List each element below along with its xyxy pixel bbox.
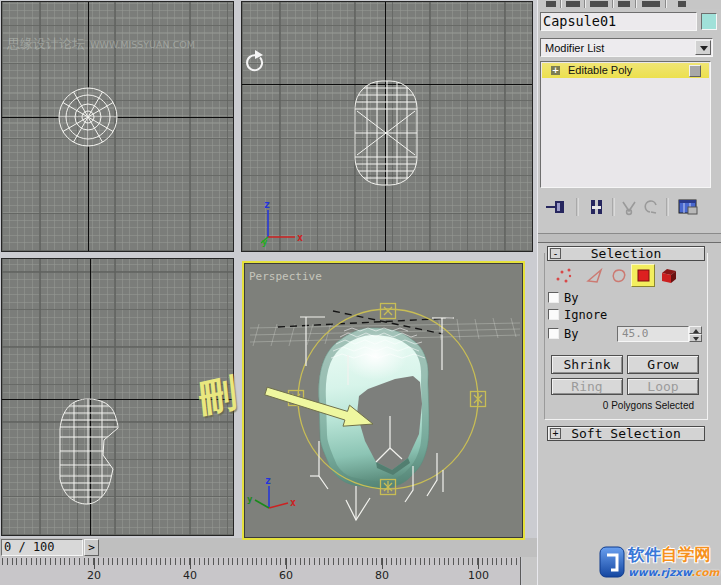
ruler-end-cap: [522, 557, 537, 585]
subobject-border-button[interactable]: [608, 266, 630, 286]
command-panel-tabs[interactable]: [538, 0, 721, 9]
by-angle-checkbox[interactable]: [548, 328, 559, 339]
capsule-highlight: [343, 332, 407, 380]
ignore-backfacing-label: Ignore: [564, 308, 607, 322]
panel-divider: [538, 233, 721, 243]
rotate-view-icon[interactable]: [247, 50, 263, 70]
selection-status: 0 Polygons Selected: [603, 400, 694, 411]
rjzxw-logo: 软件自学网 www.rjzxw.com: [599, 543, 721, 583]
command-panel: Capsule01 Modifier List + Editable Poly: [537, 0, 721, 585]
expand-icon: +: [550, 428, 561, 439]
edge-icon: [585, 266, 607, 286]
axis-tripod: z x y: [247, 475, 296, 508]
track-ruler[interactable]: 20 40 60 80 100: [0, 557, 521, 585]
capsule-side-wireframe: [60, 399, 118, 504]
angle-spinner[interactable]: [689, 326, 702, 342]
modifier-stack[interactable]: + Editable Poly: [540, 61, 711, 188]
axis-y-label: y: [247, 494, 253, 504]
capsule-top-wireframe: [2, 2, 234, 252]
frame-counter[interactable]: 0 / 100: [1, 539, 83, 556]
stack-item-toggle[interactable]: [689, 65, 701, 77]
viewport-front[interactable]: z x y: [241, 1, 533, 252]
ruler-label-60: 60: [279, 569, 293, 582]
chevron-down-icon: [700, 46, 708, 51]
viewport-perspective[interactable]: Perspective: [242, 261, 525, 540]
subobject-vertex-button[interactable]: [553, 266, 575, 286]
object-color-swatch[interactable]: [701, 13, 717, 30]
axis-tripod: z x y: [261, 199, 303, 247]
collapse-icon: -: [550, 248, 561, 259]
pin-stack-icon[interactable]: [546, 201, 564, 213]
axis-x-label: x: [297, 232, 303, 243]
3dsmax-window: 思缘设计论坛 WWW.MISSYUAN.COM: [0, 0, 721, 585]
stack-item-label: Editable Poly: [568, 64, 632, 76]
axis-z-label: z: [264, 199, 270, 210]
by-angle-label: By: [564, 327, 578, 341]
vertex-icon: [553, 266, 575, 286]
soft-selection-rollout-header[interactable]: + Soft Selection: [547, 426, 705, 441]
shrink-button[interactable]: Shrink: [551, 355, 623, 374]
show-end-result-icon[interactable]: [591, 200, 602, 214]
rjzxw-logo-icon: [599, 546, 627, 582]
ignore-backfacing-checkbox[interactable]: [548, 309, 559, 320]
spinner-down-icon: [693, 337, 699, 341]
ruler-label-100: 100: [468, 569, 489, 582]
viewport-top[interactable]: 思缘设计论坛 WWW.MISSYUAN.COM: [1, 1, 234, 252]
grow-button[interactable]: Grow: [627, 355, 699, 374]
next-frame-button[interactable]: >: [84, 539, 99, 556]
by-vertex-checkbox[interactable]: [548, 292, 559, 303]
subobject-element-button[interactable]: [658, 266, 680, 286]
timeline-bar: 0 / 100 >: [0, 538, 537, 557]
modifier-list-dropdown[interactable]: Modifier List: [540, 38, 713, 57]
subobject-polygon-button[interactable]: [631, 264, 655, 287]
polygon-icon: [632, 265, 654, 286]
ring-button[interactable]: Ring: [551, 378, 623, 395]
ruler-label-40: 40: [183, 569, 197, 582]
loop-button[interactable]: Loop: [627, 378, 699, 395]
stack-item-editable-poly[interactable]: + Editable Poly: [542, 63, 709, 78]
subobject-edge-button[interactable]: [585, 266, 607, 286]
ruler-label-80: 80: [375, 569, 389, 582]
configure-modifier-sets-icon[interactable]: [679, 200, 697, 214]
capsule-front-wireframe: [355, 81, 417, 185]
angle-value-field[interactable]: 45.0: [617, 326, 689, 342]
expand-icon[interactable]: +: [551, 66, 560, 75]
axis-z-label: z: [265, 475, 271, 486]
by-vertex-label: By: [564, 291, 578, 305]
ruler-label-20: 20: [87, 569, 101, 582]
axis-y-label: y: [262, 237, 268, 247]
spinner-up-icon: [693, 329, 699, 333]
object-name-field[interactable]: Capsule01: [540, 12, 697, 31]
axis-x-label: x: [290, 497, 296, 508]
make-unique-icon[interactable]: [623, 202, 635, 214]
element-icon: [658, 266, 680, 286]
dropdown-arrow-button[interactable]: [695, 40, 711, 55]
selection-rollout-header[interactable]: - Selection: [547, 246, 705, 261]
remove-modifier-icon[interactable]: [645, 201, 656, 213]
modifier-list-label: Modifier List: [545, 42, 604, 54]
stack-toolbar: [538, 194, 721, 220]
border-icon: [608, 266, 630, 286]
